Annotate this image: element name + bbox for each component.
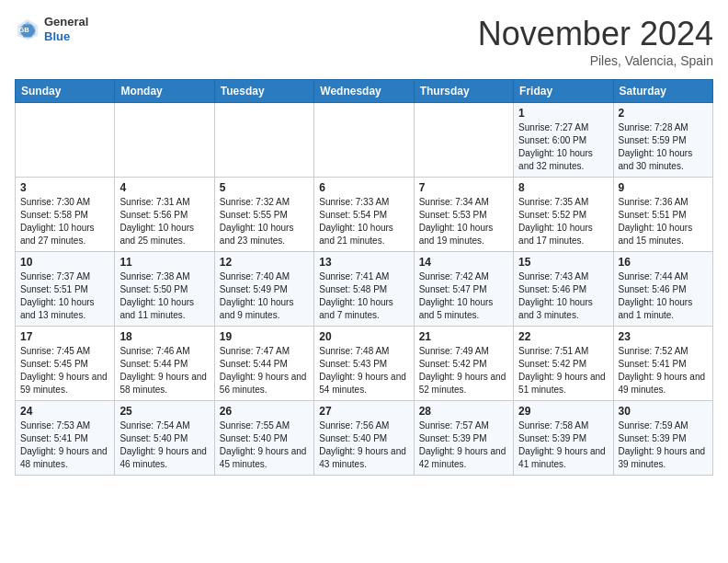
calendar-week-row: 1Sunrise: 7:27 AMSunset: 6:00 PMDaylight…: [16, 103, 713, 178]
page-header: GB General Blue November 2024 Piles, Val…: [15, 15, 713, 68]
day-info: Sunrise: 7:54 AMSunset: 5:40 PMDaylight:…: [119, 419, 209, 471]
day-info: Sunrise: 7:56 AMSunset: 5:40 PMDaylight:…: [319, 419, 408, 471]
calendar-cell: 14Sunrise: 7:42 AMSunset: 5:47 PMDayligh…: [414, 252, 513, 327]
calendar-cell: 28Sunrise: 7:57 AMSunset: 5:39 PMDayligh…: [414, 401, 513, 476]
day-number: 22: [518, 330, 608, 343]
day-number: 5: [220, 181, 309, 194]
day-number: 24: [20, 405, 109, 418]
calendar-week-row: 10Sunrise: 7:37 AMSunset: 5:51 PMDayligh…: [16, 252, 713, 327]
day-number: 13: [319, 256, 408, 269]
day-number: 4: [119, 181, 209, 194]
svg-text:GB: GB: [18, 25, 29, 33]
day-number: 10: [20, 256, 109, 269]
calendar-week-row: 17Sunrise: 7:45 AMSunset: 5:45 PMDayligh…: [16, 327, 713, 401]
calendar-cell: 17Sunrise: 7:45 AMSunset: 5:45 PMDayligh…: [16, 327, 115, 401]
day-number: 16: [619, 256, 708, 269]
day-number: 27: [319, 405, 408, 418]
day-number: 12: [220, 256, 309, 269]
month-title: November 2024: [478, 15, 713, 53]
calendar-cell: 26Sunrise: 7:55 AMSunset: 5:40 PMDayligh…: [214, 401, 313, 476]
calendar-cell: 27Sunrise: 7:56 AMSunset: 5:40 PMDayligh…: [314, 401, 414, 476]
day-info: Sunrise: 7:40 AMSunset: 5:49 PMDaylight:…: [220, 270, 309, 322]
calendar-cell: 25Sunrise: 7:54 AMSunset: 5:40 PMDayligh…: [115, 401, 214, 476]
day-number: 3: [20, 181, 109, 194]
day-info: Sunrise: 7:47 AMSunset: 5:44 PMDaylight:…: [220, 345, 309, 396]
day-info: Sunrise: 7:41 AMSunset: 5:48 PMDaylight:…: [319, 270, 408, 322]
calendar-cell: 30Sunrise: 7:59 AMSunset: 5:39 PMDayligh…: [613, 401, 712, 476]
calendar-cell: 8Sunrise: 7:35 AMSunset: 5:52 PMDaylight…: [514, 178, 613, 252]
calendar-cell: 2Sunrise: 7:28 AMSunset: 5:59 PMDaylight…: [613, 103, 712, 178]
day-info: Sunrise: 7:45 AMSunset: 5:45 PMDaylight:…: [20, 345, 109, 396]
calendar-week-row: 3Sunrise: 7:30 AMSunset: 5:58 PMDaylight…: [16, 178, 713, 252]
calendar-cell: 15Sunrise: 7:43 AMSunset: 5:46 PMDayligh…: [514, 252, 613, 327]
day-info: Sunrise: 7:59 AMSunset: 5:39 PMDaylight:…: [619, 419, 708, 471]
day-number: 18: [119, 330, 209, 343]
day-number: 14: [419, 256, 508, 269]
day-info: Sunrise: 7:30 AMSunset: 5:58 PMDaylight:…: [20, 196, 109, 247]
day-number: 19: [220, 330, 309, 343]
day-number: 15: [518, 256, 608, 269]
calendar-cell: 22Sunrise: 7:51 AMSunset: 5:42 PMDayligh…: [514, 327, 613, 401]
day-info: Sunrise: 7:27 AMSunset: 6:00 PMDaylight:…: [518, 121, 608, 173]
calendar-week-row: 24Sunrise: 7:53 AMSunset: 5:41 PMDayligh…: [16, 401, 713, 476]
title-block: November 2024 Piles, Valencia, Spain: [478, 15, 713, 68]
calendar-cell: 10Sunrise: 7:37 AMSunset: 5:51 PMDayligh…: [16, 252, 115, 327]
calendar-cell: 13Sunrise: 7:41 AMSunset: 5:48 PMDayligh…: [314, 252, 414, 327]
calendar-cell: 19Sunrise: 7:47 AMSunset: 5:44 PMDayligh…: [214, 327, 313, 401]
weekday-header: Saturday: [613, 80, 712, 103]
day-info: Sunrise: 7:52 AMSunset: 5:41 PMDaylight:…: [619, 345, 708, 396]
calendar-cell: 3Sunrise: 7:30 AMSunset: 5:58 PMDaylight…: [16, 178, 115, 252]
day-info: Sunrise: 7:57 AMSunset: 5:39 PMDaylight:…: [419, 419, 508, 471]
day-number: 11: [119, 256, 209, 269]
day-number: 26: [220, 405, 309, 418]
day-number: 8: [518, 181, 608, 194]
day-number: 17: [20, 330, 109, 343]
calendar-table: SundayMondayTuesdayWednesdayThursdayFrid…: [15, 79, 713, 476]
day-info: Sunrise: 7:28 AMSunset: 5:59 PMDaylight:…: [619, 121, 708, 173]
day-info: Sunrise: 7:48 AMSunset: 5:43 PMDaylight:…: [319, 345, 408, 396]
day-info: Sunrise: 7:44 AMSunset: 5:46 PMDaylight:…: [619, 270, 708, 322]
day-info: Sunrise: 7:49 AMSunset: 5:42 PMDaylight:…: [419, 345, 508, 396]
calendar-cell: 12Sunrise: 7:40 AMSunset: 5:49 PMDayligh…: [214, 252, 313, 327]
day-info: Sunrise: 7:42 AMSunset: 5:47 PMDaylight:…: [419, 270, 508, 322]
day-info: Sunrise: 7:58 AMSunset: 5:39 PMDaylight:…: [518, 419, 608, 471]
calendar-header-row: SundayMondayTuesdayWednesdayThursdayFrid…: [16, 80, 713, 103]
calendar-cell: 29Sunrise: 7:58 AMSunset: 5:39 PMDayligh…: [514, 401, 613, 476]
day-info: Sunrise: 7:38 AMSunset: 5:50 PMDaylight:…: [119, 270, 209, 322]
day-info: Sunrise: 7:34 AMSunset: 5:53 PMDaylight:…: [419, 196, 508, 247]
calendar-cell: 20Sunrise: 7:48 AMSunset: 5:43 PMDayligh…: [314, 327, 414, 401]
weekday-header: Wednesday: [314, 80, 414, 103]
day-number: 25: [119, 405, 209, 418]
calendar-cell: 23Sunrise: 7:52 AMSunset: 5:41 PMDayligh…: [613, 327, 712, 401]
day-number: 7: [419, 181, 508, 194]
calendar-cell: 1Sunrise: 7:27 AMSunset: 6:00 PMDaylight…: [514, 103, 613, 178]
calendar-cell: 4Sunrise: 7:31 AMSunset: 5:56 PMDaylight…: [115, 178, 214, 252]
calendar-cell: [414, 103, 513, 178]
calendar-cell: 7Sunrise: 7:34 AMSunset: 5:53 PMDaylight…: [414, 178, 513, 252]
day-number: 6: [319, 181, 408, 194]
calendar-cell: 18Sunrise: 7:46 AMSunset: 5:44 PMDayligh…: [115, 327, 214, 401]
day-number: 23: [619, 330, 708, 343]
calendar-cell: 9Sunrise: 7:36 AMSunset: 5:51 PMDaylight…: [613, 178, 712, 252]
weekday-header: Thursday: [414, 80, 513, 103]
day-number: 2: [619, 107, 708, 120]
calendar-cell: 21Sunrise: 7:49 AMSunset: 5:42 PMDayligh…: [414, 327, 513, 401]
location: Piles, Valencia, Spain: [478, 53, 713, 68]
logo-text: General Blue: [44, 15, 88, 43]
day-info: Sunrise: 7:31 AMSunset: 5:56 PMDaylight:…: [119, 196, 209, 247]
calendar-cell: 24Sunrise: 7:53 AMSunset: 5:41 PMDayligh…: [16, 401, 115, 476]
day-number: 30: [619, 405, 708, 418]
calendar-cell: 5Sunrise: 7:32 AMSunset: 5:55 PMDaylight…: [214, 178, 313, 252]
calendar-cell: [314, 103, 414, 178]
logo: GB General Blue: [15, 15, 88, 43]
day-number: 28: [419, 405, 508, 418]
weekday-header: Monday: [115, 80, 214, 103]
day-info: Sunrise: 7:43 AMSunset: 5:46 PMDaylight:…: [518, 270, 608, 322]
day-info: Sunrise: 7:35 AMSunset: 5:52 PMDaylight:…: [518, 196, 608, 247]
calendar-cell: 16Sunrise: 7:44 AMSunset: 5:46 PMDayligh…: [613, 252, 712, 327]
day-info: Sunrise: 7:37 AMSunset: 5:51 PMDaylight:…: [20, 270, 109, 322]
weekday-header: Sunday: [16, 80, 115, 103]
calendar-cell: [16, 103, 115, 178]
day-number: 29: [518, 405, 608, 418]
logo-icon: GB: [15, 17, 40, 42]
